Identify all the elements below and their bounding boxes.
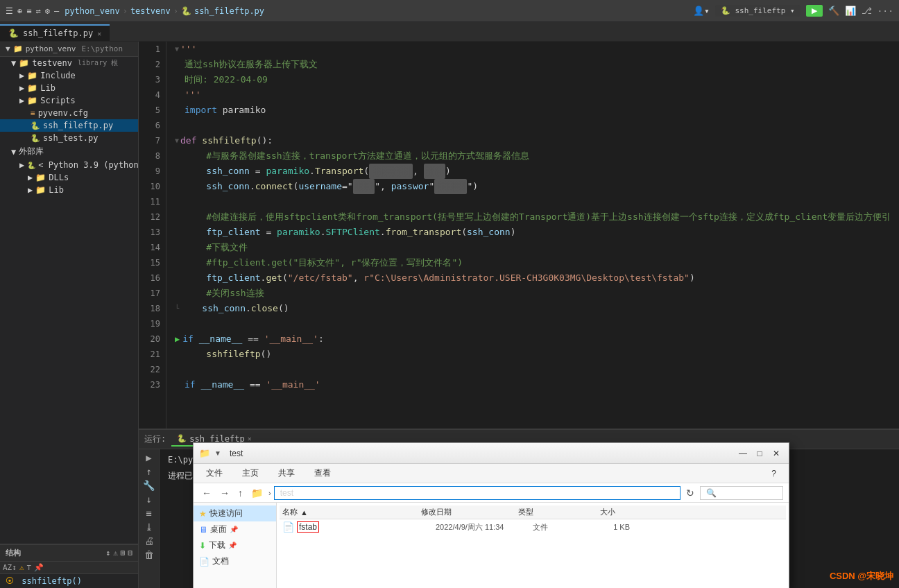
sidebar-item-testvenv[interactable]: ▼ 📁 testvenv library 根	[0, 57, 138, 69]
fold-marker[interactable]: └	[175, 301, 179, 316]
sidebar-item-lib2[interactable]: ▶ 📁 Lib	[0, 184, 138, 196]
tab-file-icon: 🐍	[8, 28, 19, 38]
structure-item-sshfileftp[interactable]: ⦿ sshfileftp()	[0, 574, 138, 588]
fe-ribbon-file[interactable]: 文件	[202, 466, 227, 481]
code-line-21: sshfileftp ()	[175, 347, 899, 362]
sidebar-item-ssh-test[interactable]: 🐍 ssh_test.py	[0, 132, 138, 144]
fe-nav-download[interactable]: ⬇ 下载 📌	[194, 537, 276, 553]
sidebar-tree: ▼ 📁 testvenv library 根 ▶ 📁 Include ▶ 📁 L…	[0, 57, 138, 544]
fe-refresh-button[interactable]: ↻	[683, 486, 697, 500]
structure-title: 结构	[6, 548, 21, 558]
play-icon[interactable]: ▶	[146, 452, 151, 463]
breadcrumb-testvenv[interactable]: testvenv	[130, 6, 171, 16]
code-line-11	[175, 194, 899, 209]
fe-addressbar: ← → ↑ 📁 › test ↻ 🔍	[194, 483, 789, 503]
fe-file-size: 1 KB	[588, 523, 630, 531]
sidebar-item-python39[interactable]: ▶ 🐍 < Python 3.9 (python_	[0, 159, 138, 171]
user-icon[interactable]: 👤▾	[693, 6, 710, 16]
fe-search-box[interactable]: 🔍	[700, 486, 783, 500]
warning-icon[interactable]: ⚠	[19, 563, 24, 572]
sidebar-item-lib[interactable]: ▶ 📁 Lib	[0, 82, 138, 94]
build-icon[interactable]: 🔨	[828, 6, 839, 16]
pin-icon[interactable]: 📌	[34, 563, 44, 572]
fe-address-bar[interactable]: test	[274, 486, 680, 500]
fe-down-arrow: ▼	[214, 449, 221, 457]
sort-icon[interactable]: ⤓	[145, 521, 153, 533]
code-line-14: #下载文件	[175, 240, 899, 255]
menu-icon[interactable]: ☰	[6, 6, 13, 16]
fe-back-button[interactable]: ←	[199, 486, 214, 500]
print-icon[interactable]: 🖨	[144, 535, 154, 546]
toolbar-icons: ☰ ⊕ ≡ ⇌ ⚙ —	[6, 6, 59, 16]
editor-area: 1 2 3 4 5 6 7 8 9 10 11 12 13 14	[139, 42, 899, 429]
structure-panel: 结构 ↕ ⚠ ⊞ ⊟ AZ↕ ⚠ ⊤ 📌 ⦿ sshfileftp()	[0, 544, 138, 588]
fe-forward-button[interactable]: →	[217, 486, 232, 500]
code-lines: ▼ ''' 通过ssh协议在服务器上传下载文 时间: 2022-04-09	[166, 42, 899, 429]
chevron-right-icon: ▶	[19, 96, 24, 105]
filter2-icon[interactable]: ⊤	[27, 563, 32, 572]
scroll-down-icon[interactable]: ↓	[146, 494, 151, 505]
fe-help-icon[interactable]: ?	[767, 467, 780, 480]
fe-nav-pane: ★ 快速访问 🖥 桌面 📌 ⬇ 下载 📌 📄 文档	[194, 503, 277, 588]
tab-close[interactable]: ✕	[248, 435, 252, 442]
code-line-4: '''	[175, 87, 899, 103]
sidebar-item-include[interactable]: ▶ 📁 Include	[0, 69, 138, 82]
code-line-15: #ftp_client.get("目标文件", r"保存位置，写到文件名")	[175, 255, 899, 270]
expand-all-icon[interactable]: ⊞	[121, 548, 126, 557]
fe-col-type[interactable]: 类型	[518, 507, 574, 517]
fe-nav-quick-access[interactable]: ★ 快速访问	[194, 505, 276, 521]
file-tab-ssh-fileftp[interactable]: 🐍 ssh_fileftp.py ✕	[0, 24, 110, 41]
sort-icon[interactable]: ↕	[106, 548, 111, 557]
sort-az-icon[interactable]: AZ↕	[3, 563, 17, 572]
scroll-up-icon[interactable]: ↑	[146, 466, 151, 477]
align-icon[interactable]: ≡	[26, 6, 31, 16]
breadcrumb-python-venv[interactable]: python_venv	[65, 6, 119, 16]
file-icon: 📄	[282, 521, 294, 533]
fe-ribbon-view[interactable]: 查看	[310, 466, 335, 481]
fe-nav-documents[interactable]: 📄 文档	[194, 553, 276, 569]
sidebar-item-ssh-fileftp[interactable]: 🐍 ssh_fileftp.py	[0, 119, 138, 132]
tab-close-button[interactable]: ✕	[97, 30, 101, 37]
function-icon: ⦿	[6, 576, 14, 586]
sidebar-title: python_venv	[26, 44, 76, 53]
more-icon[interactable]: ···	[877, 6, 893, 16]
trash-icon[interactable]: 🗑	[144, 549, 154, 560]
collapse-all-icon[interactable]: ⊟	[128, 548, 132, 557]
breadcrumb-filename[interactable]: ssh_fileftp.py	[194, 6, 264, 16]
fe-folder-icon: 📁	[199, 448, 210, 458]
fold-marker[interactable]: ▼	[175, 133, 179, 148]
fe-ribbon-home[interactable]: 主页	[238, 466, 263, 481]
minus-icon[interactable]: —	[54, 6, 59, 16]
chevron-right-icon: ▶	[28, 185, 33, 195]
sidebar-item-pyvenv-cfg[interactable]: ≡ pyvenv.cfg	[0, 107, 138, 119]
settings-icon[interactable]: ⚙	[45, 6, 50, 16]
terminal-sidebar: ▶ ↑ 🔧 ↓ ≡ ⤓ 🖨 🗑	[139, 449, 160, 588]
wrench-icon[interactable]: 🔧	[143, 480, 155, 491]
editor-content[interactable]: 1 2 3 4 5 6 7 8 9 10 11 12 13 14	[139, 42, 899, 429]
fe-up-button[interactable]: ↑	[235, 486, 246, 500]
fe-file-row-fstab[interactable]: 📄 fstab 2022/4/9/周六 11:34 文件 1 KB	[280, 519, 786, 535]
fe-close-button[interactable]: ✕	[769, 447, 783, 460]
split-icon[interactable]: ⇌	[35, 6, 40, 16]
item-label: ssh_fileftp.py	[43, 121, 113, 130]
fe-minimize-button[interactable]: —	[736, 447, 750, 460]
fe-col-date[interactable]: 修改日期	[421, 507, 518, 517]
sidebar-item-external-libs[interactable]: ▼ 外部库	[0, 144, 138, 159]
profile-icon[interactable]: 📊	[845, 6, 856, 16]
fold-marker[interactable]: ▼	[175, 42, 179, 57]
fe-filename-text[interactable]: fstab	[297, 521, 319, 533]
code-line-2: 通过ssh协议在服务器上传下载文	[175, 57, 899, 72]
fe-col-size[interactable]: 大小	[574, 507, 615, 517]
fe-col-name[interactable]: 名称 ▲	[282, 507, 421, 517]
sidebar-item-scripts[interactable]: ▶ 📁 Scripts	[0, 94, 138, 107]
run-button[interactable]: ▶	[806, 5, 823, 17]
fe-nav-desktop[interactable]: 🖥 桌面 📌	[194, 521, 276, 537]
sidebar-item-dlls[interactable]: ▶ 📁 DLLs	[0, 171, 138, 184]
fe-maximize-button[interactable]: □	[753, 447, 767, 460]
sidebar-header: ▼ 📁 python_venv E:\python	[0, 42, 138, 57]
new-icon[interactable]: ⊕	[17, 6, 22, 16]
filter-icon[interactable]: ≡	[146, 508, 151, 519]
fe-ribbon-share[interactable]: 共享	[274, 466, 299, 481]
vcs-icon[interactable]: ⎇	[862, 6, 872, 16]
filter-icon[interactable]: ⚠	[113, 548, 118, 557]
